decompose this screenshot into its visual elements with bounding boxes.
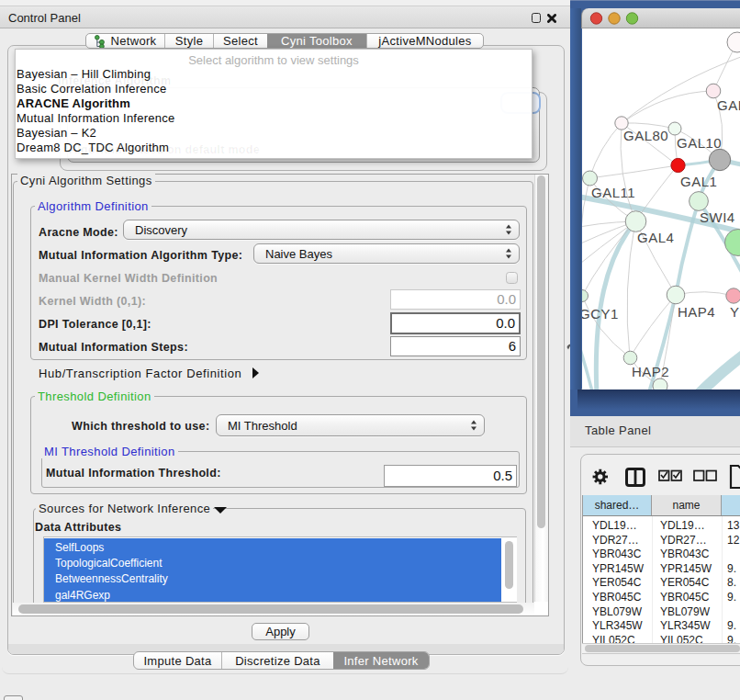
- svg-text:GAL1: GAL1: [680, 174, 717, 189]
- svg-text:GAL80: GAL80: [623, 128, 668, 143]
- svg-text:GCY1: GCY1: [582, 306, 619, 322]
- svg-text:SWI4: SWI4: [700, 209, 735, 225]
- svg-text:GAL11: GAL11: [591, 185, 635, 200]
- svg-text:Y: Y: [730, 304, 740, 320]
- svg-text:GAL10: GAL10: [677, 135, 722, 151]
- svg-text:HAP2: HAP2: [632, 364, 669, 379]
- svg-text:GAL80: GAL80: [717, 97, 740, 113]
- svg-text:HAP4: HAP4: [678, 304, 715, 320]
- svg-text:GAL4: GAL4: [637, 230, 674, 245]
